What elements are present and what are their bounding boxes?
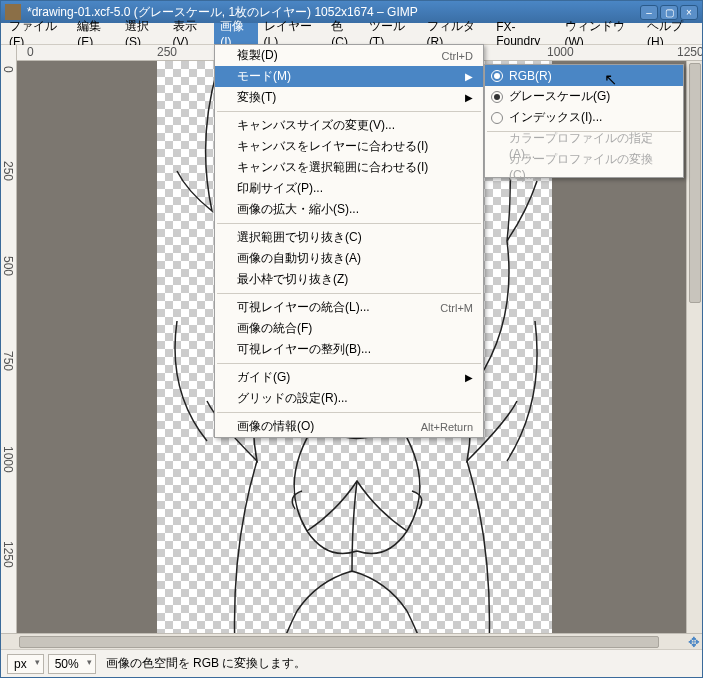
menu-item-7[interactable]: 印刷サイズ(P)... xyxy=(215,178,483,199)
menu-item-18[interactable]: ガイド(G)▶ xyxy=(215,367,483,388)
menu-item-6[interactable]: キャンバスを選択範囲に合わせる(I) xyxy=(215,157,483,178)
submenu-item-0[interactable]: RGB(R) xyxy=(485,65,683,86)
scrollbar-vertical-thumb[interactable] xyxy=(689,63,701,303)
menubar: ファイル(F)編集(E)選択(S)表示(V)画像(I)レイヤー(L)色(C)ツー… xyxy=(1,23,702,45)
submenu-item-2[interactable]: インデックス(I)... xyxy=(485,107,683,128)
menu-11[interactable]: ヘルプ(H) xyxy=(641,23,700,44)
ruler-vertical[interactable]: 025050075010001250 xyxy=(1,61,17,633)
menu-item-2[interactable]: 変換(T)▶ xyxy=(215,87,483,108)
radio-icon xyxy=(491,91,503,103)
submenu-item-5: カラープロファイルの変換(C)... xyxy=(485,156,683,177)
mode-submenu: RGB(R)グレースケール(G)インデックス(I)...カラープロファイルの指定… xyxy=(484,64,684,178)
menu-3[interactable]: 表示(V) xyxy=(167,23,215,44)
menu-item-0[interactable]: 複製(D)Ctrl+D xyxy=(215,45,483,66)
status-message: 画像の色空間を RGB に変換します。 xyxy=(100,655,696,672)
submenu-arrow-icon: ▶ xyxy=(465,71,473,82)
menu-8[interactable]: フィルタ(R) xyxy=(421,23,491,44)
menu-4[interactable]: 画像(I) xyxy=(214,23,257,44)
ruler-corner xyxy=(1,45,17,61)
statusbar: px 50% 画像の色空間を RGB に変換します。 xyxy=(1,649,702,677)
menu-separator xyxy=(217,412,481,413)
navigation-icon[interactable]: ✥ xyxy=(686,634,702,650)
radio-icon xyxy=(491,70,503,82)
menu-1[interactable]: 編集(E) xyxy=(71,23,119,44)
menu-item-5[interactable]: キャンバスをレイヤーに合わせる(I) xyxy=(215,136,483,157)
menu-10[interactable]: ウィンドウ(W) xyxy=(559,23,642,44)
scrollbar-vertical[interactable] xyxy=(686,61,702,633)
menu-item-14[interactable]: 可視レイヤーの統合(L)...Ctrl+M xyxy=(215,297,483,318)
submenu-item-1[interactable]: グレースケール(G) xyxy=(485,86,683,107)
scrollbar-horizontal[interactable] xyxy=(17,634,686,649)
menu-5[interactable]: レイヤー(L) xyxy=(258,23,326,44)
menu-item-10[interactable]: 選択範囲で切り抜き(C) xyxy=(215,227,483,248)
menu-separator xyxy=(217,293,481,294)
menu-item-11[interactable]: 画像の自動切り抜き(A) xyxy=(215,248,483,269)
image-menu-dropdown: 複製(D)Ctrl+Dモード(M)▶変換(T)▶キャンバスサイズの変更(V)..… xyxy=(214,44,484,438)
scrollbar-horizontal-thumb[interactable] xyxy=(19,636,659,648)
menu-7[interactable]: ツール(T) xyxy=(363,23,421,44)
menu-separator xyxy=(217,363,481,364)
zoom-combo[interactable]: 50% xyxy=(48,654,96,674)
unit-combo[interactable]: px xyxy=(7,654,44,674)
menu-separator xyxy=(217,111,481,112)
menu-item-1[interactable]: モード(M)▶ xyxy=(215,66,483,87)
submenu-arrow-icon: ▶ xyxy=(465,92,473,103)
menu-item-15[interactable]: 画像の統合(F) xyxy=(215,318,483,339)
menu-2[interactable]: 選択(S) xyxy=(119,23,167,44)
menu-item-16[interactable]: 可視レイヤーの整列(B)... xyxy=(215,339,483,360)
menu-item-8[interactable]: 画像の拡大・縮小(S)... xyxy=(215,199,483,220)
menu-item-21[interactable]: 画像の情報(O)Alt+Return xyxy=(215,416,483,437)
menu-separator xyxy=(217,223,481,224)
submenu-arrow-icon: ▶ xyxy=(465,372,473,383)
menu-9[interactable]: FX-Foundry xyxy=(490,23,558,44)
menu-6[interactable]: 色(C) xyxy=(325,23,363,44)
menu-item-19[interactable]: グリッドの設定(R)... xyxy=(215,388,483,409)
radio-icon xyxy=(491,112,503,124)
menu-item-12[interactable]: 最小枠で切り抜き(Z) xyxy=(215,269,483,290)
menu-0[interactable]: ファイル(F) xyxy=(3,23,71,44)
menu-item-4[interactable]: キャンバスサイズの変更(V)... xyxy=(215,115,483,136)
